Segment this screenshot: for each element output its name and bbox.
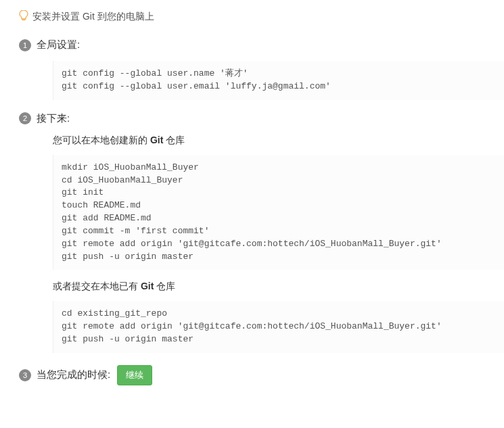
step-2-code-2[interactable]: cd existing_git_repo git remote add orig… <box>53 301 504 353</box>
subtext-2-after: 仓库 <box>154 281 175 291</box>
step-2-header: 2 接下来: <box>19 112 504 125</box>
intro-text: 安装并设置 Git 到您的电脑上 <box>32 11 154 23</box>
intro-line: 安装并设置 Git 到您的电脑上 <box>19 10 504 24</box>
step-3-title: 当您完成的时候: <box>37 368 110 381</box>
step-1-code[interactable]: git config --global user.name '蒋才' git c… <box>53 61 504 100</box>
step-2-subtext-1: 您可以在本地创建新的 Git 仓库 <box>53 135 504 147</box>
step-2: 2 接下来: 您可以在本地创建新的 Git 仓库 mkdir iOS_Huoba… <box>19 112 504 353</box>
subtext-1-bold: Git <box>150 135 163 145</box>
subtext-2-before: 或者提交在本地已有 <box>53 281 141 291</box>
step-1-number: 1 <box>19 39 31 51</box>
step-3-number: 3 <box>19 369 31 381</box>
lightbulb-icon <box>19 10 28 24</box>
step-1: 1 全局设置: git config --global user.name '蒋… <box>19 39 504 100</box>
subtext-1-after: 仓库 <box>163 135 185 145</box>
step-1-title: 全局设置: <box>37 39 80 51</box>
subtext-1-before: 您可以在本地创建新的 <box>53 135 150 145</box>
step-2-subtext-2: 或者提交在本地已有 Git 仓库 <box>53 281 504 293</box>
step-2-title: 接下来: <box>37 112 70 125</box>
step-2-code-1[interactable]: mkdir iOS_HuobanMall_Buyer cd iOS_Huoban… <box>53 155 504 270</box>
step-3: 3 当您完成的时候: 继续 <box>19 365 504 385</box>
subtext-2-bold: Git <box>141 281 154 291</box>
step-1-header: 1 全局设置: <box>19 39 504 51</box>
continue-button[interactable]: 继续 <box>117 365 152 385</box>
step-2-number: 2 <box>19 112 31 124</box>
